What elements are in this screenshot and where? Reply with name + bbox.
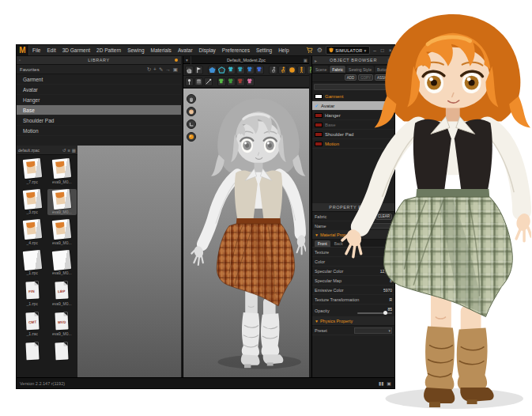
menu-setting[interactable]: Setting	[253, 47, 275, 53]
viewport-avatar-model[interactable]	[187, 91, 306, 372]
tab-scene[interactable]: Scene	[313, 66, 329, 73]
library-empty-area	[77, 146, 181, 377]
document-tab-bar: ▾ Default_Modest.Zpc ▣	[183, 56, 309, 64]
document-thumb-icon: MVD	[55, 312, 69, 330]
avatar-thumb-icon	[55, 161, 66, 174]
viewport-side-tools	[187, 94, 196, 142]
go-icon[interactable]: →	[165, 66, 171, 73]
show-seam-icon[interactable]	[217, 66, 226, 74]
refresh-icon[interactable]: ↻	[147, 66, 151, 73]
garment-green-b-icon[interactable]	[227, 78, 236, 86]
menu-preferences[interactable]: Preferences	[219, 47, 253, 53]
pin-tool-icon[interactable]	[185, 78, 194, 86]
file-thumb[interactable]: _4.zpc	[17, 219, 47, 246]
fabric-swatch	[315, 132, 323, 137]
menu-file[interactable]: File	[29, 47, 43, 53]
pan-tool-icon[interactable]	[185, 66, 194, 74]
file-thumb[interactable]: _1.zpc	[17, 250, 47, 277]
garment-blue-a-icon[interactable]	[246, 66, 255, 74]
needle-tool-icon[interactable]	[204, 78, 213, 86]
file-thumb[interactable]: eva9_M0...	[47, 219, 77, 246]
version-label: Version 2.2.147 r(1192)	[20, 381, 65, 386]
add-icon[interactable]: +	[153, 66, 157, 73]
viewport-toolbar-row1	[183, 64, 309, 76]
tab-front[interactable]: Front	[315, 240, 330, 247]
menu-sewing[interactable]: Sewing	[124, 47, 147, 53]
favorites-label: Favorites	[20, 67, 40, 72]
library-item-shoulder-pad[interactable]: Shoulder Pad	[17, 115, 181, 126]
library-item-garment[interactable]: Garment	[17, 74, 181, 85]
document-thumb-icon: FIN	[25, 282, 39, 300]
file-thumb[interactable]: MVDeva9_M0...	[47, 311, 77, 338]
viewport-canvas[interactable]	[183, 89, 309, 377]
menu-2d-pattern[interactable]: 2D Pattern	[93, 47, 124, 53]
file-thumb[interactable]	[47, 341, 77, 361]
file-thumb[interactable]: eva9_M0...	[47, 158, 77, 185]
undo-icon[interactable]: ↺	[62, 148, 66, 153]
file-thumb[interactable]	[17, 341, 47, 361]
library-panel: ▫ LIBRARY Favorites ↻ + ✎ → ▣ Garment Av…	[17, 56, 181, 377]
file-thumb[interactable]: FIN_1.zpc	[17, 280, 47, 307]
library-pin-dot-icon[interactable]	[175, 59, 178, 62]
menu-display[interactable]: Display	[196, 47, 219, 53]
thumb-view-icon[interactable]: ▦	[72, 148, 76, 153]
document-title[interactable]: Default_Modest.Zpc	[183, 58, 309, 62]
avatar-face-tool-icon[interactable]	[187, 107, 196, 116]
library-item-avatar[interactable]: Avatar	[17, 85, 181, 95]
garment-pink-icon[interactable]	[246, 78, 255, 86]
avatar-thumb-icon	[55, 222, 66, 235]
character-render	[335, 3, 531, 413]
avatar-head-icon[interactable]	[288, 66, 296, 74]
edit-icon[interactable]: ✎	[159, 66, 163, 73]
sphere-tool-icon[interactable]	[187, 132, 196, 142]
library-header: ▫ LIBRARY	[17, 56, 181, 65]
library-item-base[interactable]: Base	[17, 105, 181, 115]
triangle-down-icon: ▼	[315, 319, 319, 323]
menu-help[interactable]: Help	[275, 47, 292, 53]
avatar-show-icon[interactable]	[297, 66, 306, 74]
menu-edit[interactable]: Edit	[43, 47, 58, 53]
store-cart-icon[interactable]	[305, 47, 313, 55]
garment-cyan-b-icon[interactable]	[236, 66, 245, 74]
list-view-icon[interactable]: ≡	[68, 148, 70, 153]
file-thumb[interactable]: _3.zpc	[17, 189, 47, 216]
cylinder-tool-icon[interactable]	[194, 78, 203, 86]
avatar-thumb-icon	[26, 222, 36, 235]
file-browser: default.zpac ↺ ≡ ▦ _7.zpc eva9_M0... _3.…	[17, 146, 77, 377]
float-panel-icon[interactable]: ▣	[304, 56, 309, 64]
file-thumb[interactable]: LBPeva9_M0...	[47, 280, 77, 307]
hand-tool-icon[interactable]	[187, 94, 196, 104]
avatar-motion-off-icon[interactable]	[269, 66, 277, 74]
file-thumb[interactable]: CMT_1.zac	[17, 311, 47, 338]
file-thumb[interactable]: _7.zpc	[17, 158, 47, 185]
gear-icon[interactable]: ⚙	[315, 47, 323, 55]
file-thumb-selected[interactable]: eva9_M0...	[47, 189, 77, 216]
triangle-down-icon: ▼	[315, 233, 319, 237]
library-title: LIBRARY	[88, 58, 110, 62]
bracket-tool-icon[interactable]	[187, 119, 196, 129]
avatar-thumb-icon	[55, 191, 66, 204]
favorites-bar: Favorites ↻ + ✎ → ▣	[17, 65, 181, 74]
fabric-swatch	[315, 142, 323, 146]
file-thumb[interactable]: eva9_M0...	[47, 250, 77, 277]
collapse-panel-icon[interactable]: ▸	[315, 58, 318, 63]
avatar-motion-icon[interactable]	[278, 66, 287, 74]
file-grid: _7.zpc eva9_M0... _3.zpc eva9_M0... _4.z…	[17, 155, 77, 377]
show-polygon-icon[interactable]	[208, 66, 217, 74]
pin-select-icon[interactable]	[194, 66, 203, 74]
file-browser-toolbar: ↺ ≡ ▦	[62, 148, 76, 153]
library-item-motion[interactable]: Motion	[17, 126, 181, 136]
document-thumb-icon	[55, 342, 69, 361]
viewport-toolbar-row2	[183, 76, 309, 88]
file-browser-path: default.zpac	[18, 148, 40, 153]
app-logo: M	[17, 45, 29, 55]
library-item-hanger[interactable]: Hanger	[17, 95, 181, 105]
garment-cyan-a-icon[interactable]	[227, 66, 236, 74]
avatar-thumb-icon	[26, 161, 36, 174]
grid-view-icon[interactable]: ▣	[173, 66, 178, 73]
menu-3d-garment[interactable]: 3D Garment	[59, 47, 93, 53]
menu-materials[interactable]: Materials	[148, 47, 175, 53]
garment-green-a-icon[interactable]	[217, 78, 226, 86]
menu-avatar[interactable]: Avatar	[175, 47, 196, 53]
garment-blue-b-icon[interactable]	[255, 66, 264, 74]
